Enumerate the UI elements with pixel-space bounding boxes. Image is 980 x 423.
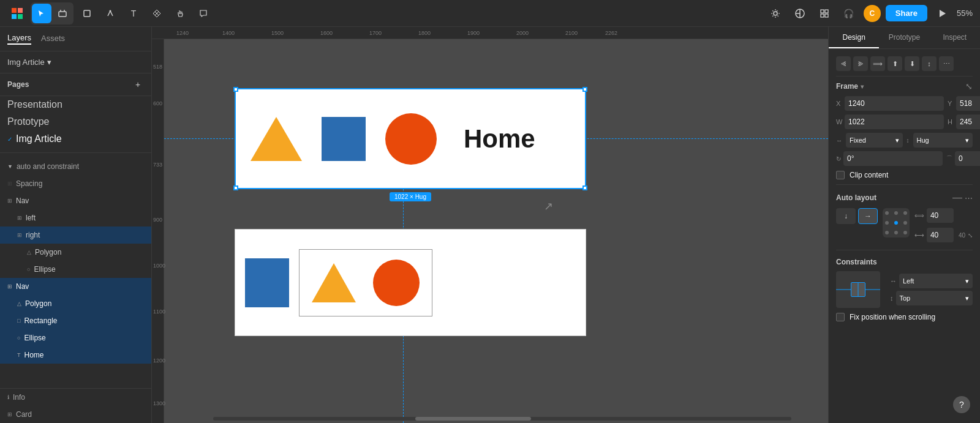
- tab-assets[interactable]: Assets: [41, 34, 65, 44]
- help-button[interactable]: ?: [953, 396, 970, 413]
- hand-tool[interactable]: [170, 4, 190, 23]
- sub-frame: [299, 249, 432, 316]
- frame-tool[interactable]: [53, 4, 72, 23]
- bottom-sections: ℹ Info ⊞ Card: [0, 388, 151, 423]
- align-top-btn[interactable]: ⬆: [888, 56, 902, 71]
- v-constraint-chevron: ▾: [965, 294, 969, 302]
- select-tool[interactable]: [32, 4, 51, 23]
- view-options[interactable]: [815, 4, 834, 23]
- tab-prototype[interactable]: Prototype: [879, 27, 929, 48]
- y-input[interactable]: [956, 96, 980, 111]
- tab-inspect[interactable]: Inspect: [930, 27, 980, 48]
- gap-resize-icon[interactable]: ⤡: [968, 232, 973, 239]
- h-constraint-select[interactable]: Left ▾: [899, 274, 973, 288]
- auto-layout-minus[interactable]: —: [952, 192, 962, 203]
- svg-rect-11: [821, 10, 824, 13]
- section-card[interactable]: ⊞ Card: [0, 406, 151, 423]
- height-mode-value: Hug: [917, 137, 929, 144]
- file-breadcrumb[interactable]: Img Article ▾: [0, 51, 151, 73]
- v-constraint-value: Top: [900, 294, 911, 302]
- frame-1-handle-tl[interactable]: [233, 87, 238, 92]
- x-input[interactable]: [845, 96, 944, 111]
- frame-1-handle-br[interactable]: [582, 185, 587, 190]
- zoom-level[interactable]: 55%: [957, 9, 973, 18]
- frame-1-handle-tr[interactable]: [582, 87, 587, 92]
- share-button[interactable]: Share: [886, 5, 927, 21]
- layer-polygon-1-label: Polygon: [35, 248, 151, 256]
- gap-h-input[interactable]: [927, 208, 954, 223]
- frame-1-handle-bl[interactable]: [233, 185, 238, 190]
- layer-nav-1[interactable]: ⊞ Nav: [0, 192, 151, 209]
- main-area: Layers Assets Img Article ▾ Pages + Pres…: [0, 27, 980, 423]
- section-info[interactable]: ℹ Info: [0, 389, 151, 406]
- layer-polygon-2[interactable]: △ Polygon: [0, 295, 151, 312]
- tab-design[interactable]: Design: [829, 27, 879, 48]
- align-center-h-btn[interactable]: ⫸: [853, 56, 868, 71]
- height-mode-icon: ↕: [907, 137, 910, 144]
- auto-layout-more[interactable]: ⋯: [965, 193, 973, 203]
- dir-right-btn[interactable]: →: [858, 208, 878, 224]
- fix-scroll-checkbox[interactable]: [836, 313, 845, 321]
- layer-nav-2[interactable]: ⊞ Nav: [0, 278, 151, 295]
- section-spacing[interactable]: ⊞ Spacing: [0, 175, 151, 192]
- w-input[interactable]: [845, 114, 944, 129]
- ruler-mark-2000: 2000: [516, 30, 529, 36]
- align-bottom-btn[interactable]: ↕: [922, 56, 937, 71]
- play-icon[interactable]: [932, 4, 952, 23]
- align-dot-tc: [894, 211, 898, 215]
- svg-rect-7: [84, 10, 90, 17]
- layer-polygon-1[interactable]: △ Polygon: [0, 244, 151, 261]
- xy-row: X Y: [836, 96, 973, 111]
- info-icon: ℹ: [7, 394, 9, 400]
- avatar[interactable]: C: [864, 5, 881, 22]
- page-presentation-label: Presentation: [7, 99, 151, 110]
- align-center-v-btn[interactable]: ⬇: [905, 56, 919, 71]
- align-grid[interactable]: [883, 208, 910, 238]
- add-page-button[interactable]: +: [132, 78, 144, 91]
- ruler-mark-600: 600: [153, 100, 162, 107]
- gap-v-input[interactable]: [927, 228, 954, 242]
- home-icon[interactable]: [7, 4, 27, 23]
- frame-2[interactable]: [235, 229, 586, 336]
- layer-right[interactable]: ⊞ right: [0, 226, 151, 244]
- clip-content-checkbox[interactable]: [836, 171, 845, 179]
- height-mode-select[interactable]: Hug ▾: [913, 133, 973, 148]
- pen-tool[interactable]: [100, 4, 120, 23]
- toolbar-left: T: [7, 2, 213, 24]
- text-tool[interactable]: T: [124, 4, 143, 23]
- frame-section-title: Frame: [836, 82, 858, 91]
- headphone-icon[interactable]: 🎧: [839, 4, 859, 23]
- v-constraint-select[interactable]: Top ▾: [896, 291, 973, 305]
- h-input[interactable]: [956, 114, 980, 129]
- layer-ellipse-1[interactable]: ○ Ellipse: [0, 261, 151, 278]
- distribute-btn[interactable]: ⋯: [939, 56, 954, 71]
- theme-icon[interactable]: [790, 4, 810, 23]
- comment-tool[interactable]: [194, 4, 213, 23]
- tab-layers[interactable]: Layers: [7, 33, 31, 45]
- components-tool[interactable]: [147, 4, 167, 23]
- canvas-scrollbar-thumb[interactable]: [415, 417, 531, 421]
- frame-expand-icon[interactable]: ▾: [861, 83, 864, 90]
- dir-down-btn[interactable]: ↓: [836, 208, 856, 224]
- frame-1[interactable]: Home 1022 × Hug: [235, 88, 586, 189]
- layer-ellipse-2[interactable]: ○ Ellipse: [0, 329, 151, 346]
- plugins-icon[interactable]: [766, 4, 785, 23]
- layer-left[interactable]: ⊞ left: [0, 209, 151, 226]
- draw-tool[interactable]: [77, 4, 97, 23]
- page-img-article-label: Img Article: [16, 133, 151, 144]
- page-presentation[interactable]: Presentation: [0, 96, 151, 113]
- section-auto-constraint[interactable]: ▼ auto and constraint: [0, 158, 151, 175]
- align-right-btn[interactable]: ⟹: [870, 56, 885, 71]
- align-left-btn[interactable]: ⫷: [836, 56, 851, 71]
- layer-tree: ▼ auto and constraint ⊞ Spacing ⊞ Nav ⊞ …: [0, 158, 151, 388]
- circle-orange-1: [385, 113, 437, 165]
- layer-home[interactable]: T Home: [0, 346, 151, 364]
- page-img-article[interactable]: ✓ Img Article: [0, 130, 151, 148]
- width-mode-select[interactable]: Fixed ▾: [846, 133, 903, 148]
- corner-radius-input[interactable]: [955, 151, 980, 166]
- rotation-input[interactable]: [843, 151, 943, 166]
- ruler-mark-2100: 2100: [565, 30, 578, 36]
- page-prototype[interactable]: Prototype: [0, 113, 151, 130]
- layer-rectangle[interactable]: □ Rectangle: [0, 312, 151, 329]
- frame-resize-btn[interactable]: ⤡: [965, 81, 973, 91]
